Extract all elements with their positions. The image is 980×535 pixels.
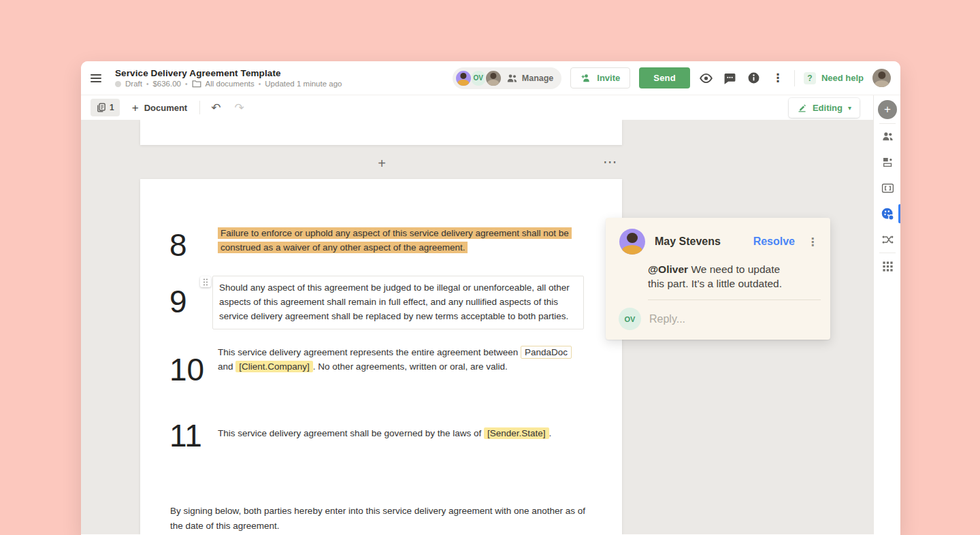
mention-oliver[interactable]: @Oliver <box>648 263 688 275</box>
variable-token-sender-state[interactable]: [Sender.State] <box>484 427 549 439</box>
editor-column: 1 + Document ↶ ↷ Editing ▾ <box>81 95 873 534</box>
info-icon <box>747 71 760 84</box>
avatar-oliver[interactable] <box>485 69 502 87</box>
comment-header: May Stevens Resolve ⋮ <box>606 218 830 255</box>
comment-author-avatar <box>619 229 645 255</box>
folder-link[interactable]: All documents <box>206 80 255 88</box>
undo-button[interactable]: ↶ <box>208 102 223 114</box>
plus-icon: + <box>132 102 139 114</box>
toolbar-divider <box>199 101 200 114</box>
document-title: Service Delivery Agreement Template <box>115 68 342 78</box>
add-document-label: Document <box>144 103 188 113</box>
sidebar-item-content-library[interactable] <box>878 152 897 172</box>
chat-bubble-icon <box>723 72 736 84</box>
account-avatar[interactable] <box>872 69 891 87</box>
invite-person-icon <box>581 73 592 83</box>
document-title-block: Service Delivery Agreement Template Draf… <box>115 68 342 88</box>
sidebar-item-more-apps[interactable] <box>878 257 897 276</box>
page-count: 1 <box>110 103 114 112</box>
variable-token-client-company[interactable]: [Client.Company] <box>235 361 313 372</box>
commented-highlight-text[interactable]: Failure to enforce or uphold any aspect … <box>218 227 572 253</box>
clause-9: 9 Should any aspect of this agreement be… <box>140 276 622 329</box>
page-indicator[interactable]: 1 <box>91 99 120 116</box>
document-meta: Draft • $636.00 • All documents • Update… <box>115 80 342 88</box>
clause-text[interactable]: Should any aspect of this agreement be j… <box>212 276 584 329</box>
document-page-1[interactable] <box>140 120 622 145</box>
editor-toolbar: 1 + Document ↶ ↷ Editing ▾ <box>81 95 873 120</box>
info-button[interactable] <box>747 71 762 86</box>
apps-grid-icon <box>882 261 894 272</box>
desktop-background: Service Delivery Agreement Template Draf… <box>0 0 980 535</box>
clause-11: 11 This service delivery agreement shall… <box>140 417 622 440</box>
clause-text-segment: This service delivery agreement shall be… <box>218 428 481 438</box>
add-block-button[interactable]: + <box>373 155 391 172</box>
document-header: Service Delivery Agreement Template Draf… <box>81 61 900 95</box>
meta-separator: • <box>185 80 188 88</box>
add-document-button[interactable]: + Document <box>128 102 192 114</box>
comment-reply-row: OV Reply... <box>606 300 830 340</box>
clause-text-segment: This service delivery agreement represen… <box>218 347 518 357</box>
pencil-icon <box>797 103 807 113</box>
header-divider <box>794 70 795 86</box>
clause-text[interactable]: This service delivery agreement shall be… <box>218 417 583 440</box>
more-options-button[interactable]: ⋮ <box>770 71 785 86</box>
recipients-icon <box>881 131 894 142</box>
header-actions: OV Manage Invite Send <box>453 67 891 89</box>
drag-dots-icon <box>203 278 208 286</box>
sidebar-item-variables[interactable] <box>878 178 897 197</box>
page-more-button[interactable]: ⋯ <box>601 153 620 171</box>
editor-canvas: + ⋯ 8 Failure to enforce or uphold any a… <box>81 120 873 534</box>
resolve-button[interactable]: Resolve <box>753 236 795 248</box>
active-tab-indicator <box>898 204 900 223</box>
clause-text[interactable]: This service delivery agreement represen… <box>218 342 583 374</box>
clause-text-segment: and <box>218 361 233 372</box>
manage-button-label: Manage <box>522 74 554 83</box>
variable-token-pandadoc[interactable]: PandaDoc <box>521 346 572 359</box>
add-content-button[interactable]: + <box>878 100 897 119</box>
avatar-may[interactable] <box>455 69 472 87</box>
clause-number: 10 <box>169 354 204 385</box>
clause-text-segment: . No other agreements, written or oral, … <box>313 361 508 372</box>
reply-input[interactable]: Reply... <box>649 313 685 325</box>
redo-button[interactable]: ↷ <box>231 102 246 114</box>
send-button[interactable]: Send <box>639 67 690 88</box>
content-blocks-icon <box>881 156 894 168</box>
meta-separator: • <box>259 80 261 88</box>
sidebar-item-design-themes[interactable] <box>878 204 897 223</box>
comments-button[interactable] <box>723 71 738 86</box>
document-page-2[interactable]: 8 Failure to enforce or uphold any aspec… <box>140 179 622 534</box>
pages-icon <box>96 102 106 113</box>
meta-separator: • <box>146 80 149 88</box>
sidebar-divider <box>879 253 896 253</box>
sidebar-divider <box>879 123 896 124</box>
need-help-button[interactable]: ? Need help <box>804 72 864 84</box>
status-label: Draft <box>125 80 142 88</box>
preview-eye-button[interactable] <box>699 71 714 86</box>
sidebar-item-integrations[interactable] <box>878 230 897 249</box>
sidebar-item-recipients[interactable] <box>878 127 897 146</box>
collaborators-group[interactable]: OV Manage <box>453 67 562 89</box>
editor-body: 1 + Document ↶ ↷ Editing ▾ <box>81 95 900 534</box>
reply-avatar: OV <box>619 308 641 330</box>
eye-icon <box>699 73 713 84</box>
invite-button-label: Invite <box>597 73 620 83</box>
need-help-label: Need help <box>821 73 864 83</box>
updated-label: Updated 1 minute ago <box>265 80 342 88</box>
editing-mode-button[interactable]: Editing ▾ <box>789 98 860 118</box>
comment-text-line1: We need to update <box>691 263 780 275</box>
right-sidebar: + <box>873 95 900 534</box>
workflow-icon <box>881 234 894 245</box>
people-icon <box>506 74 518 83</box>
chevron-down-icon: ▾ <box>848 104 851 112</box>
invite-button[interactable]: Invite <box>570 67 630 88</box>
main-menu-button[interactable] <box>91 74 104 82</box>
clause-text[interactable]: Failure to enforce or uphold any aspect … <box>218 224 583 255</box>
comment-text-line2: this part. It’s a little outdated. <box>648 276 821 291</box>
pandadoc-app-window: Service Delivery Agreement Template Draf… <box>81 61 900 535</box>
drag-handle[interactable] <box>200 276 211 287</box>
document-value: $636.00 <box>152 80 181 88</box>
folder-icon <box>192 80 201 88</box>
comment-menu-button[interactable]: ⋮ <box>804 236 821 248</box>
clause-number: 9 <box>169 286 187 317</box>
closing-paragraph[interactable]: By signing below, both parties hereby en… <box>170 504 588 533</box>
